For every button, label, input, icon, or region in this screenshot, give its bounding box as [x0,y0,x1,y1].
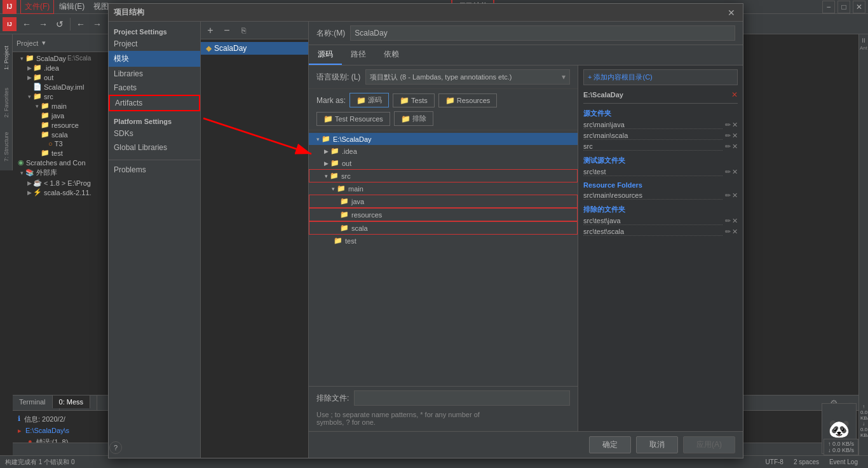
tab-terminal[interactable]: Terminal [13,396,53,408]
menu-file[interactable]: 文件(F) [20,0,54,14]
window-maximize[interactable]: □ [837,1,850,13]
tree-item-scratches[interactable]: ◉ Scratches and Con [13,158,123,167]
mark-btn-test-resources[interactable]: 📁 Test Resources [316,112,390,126]
right-panel-close-btn[interactable]: ✕ [731,90,738,99]
tree-item-java[interactable]: 📁 java [13,111,123,120]
vtab-project[interactable]: 1: Project [1,36,12,80]
tab-deps[interactable]: 依赖 [375,45,408,65]
right-strip-label: Ant [860,45,867,51]
ct-item-resources[interactable]: 📁 resources [309,208,578,221]
tree-item-sdk1[interactable]: ▶ ☕ < 1.8 > E:\Prog [13,178,123,188]
nav-item-sdks[interactable]: SDKs [109,127,200,141]
ct-item-idea[interactable]: ▶ 📁 .idea [309,145,578,157]
ct-item-src[interactable]: ▾ 📁 src [309,169,578,182]
ct-item-main[interactable]: ▾ 📁 main [309,182,578,195]
nav-item-global-libs[interactable]: Global Libraries [109,141,200,155]
rs-edit-icon-2[interactable]: ✏ [725,132,731,140]
rs-delete-icon-6[interactable]: ✕ [732,217,738,225]
status-event-log[interactable]: Event Log [829,458,858,465]
tree-item-src[interactable]: ▾ 📁 src [13,92,123,101]
toolbar-forward[interactable]: → [36,17,51,32]
apply-btn[interactable]: 应用(A) [683,436,735,453]
rs-edit-icon-1[interactable]: ✏ [725,121,731,129]
module-list-item-scaladay[interactable]: ◆ ScalaDay [201,42,308,55]
ct-arrow-src: ▾ [325,173,328,179]
extlibs-icon: 📚 [25,169,34,177]
idea-folder-icon: 📁 [33,64,42,72]
tree-item-out[interactable]: ▶ 📁 out [13,72,123,82]
ct-item-scala[interactable]: 📁 scala [309,221,578,235]
ct-item-java[interactable]: 📁 java [309,195,578,208]
mark-btn-tests[interactable]: 📁 Tests [393,93,435,107]
toolbar-revert[interactable]: ↺ [52,17,67,32]
tree-label-resource: resource [51,121,79,129]
toolbar-back2[interactable]: ← [73,17,88,32]
rs-delete-icon-5[interactable]: ✕ [732,191,738,200]
tree-item-main[interactable]: ▾ 📁 main [13,101,123,111]
toolbar-back[interactable]: ← [19,17,34,32]
mark-btn-exclude[interactable]: 📁 排除 [394,111,433,126]
tree-arrow-idea: ▶ [25,65,33,71]
help-btn[interactable]: ? [109,441,122,454]
rs-delete-icon-1[interactable]: ✕ [732,121,738,129]
tree-item-t3[interactable]: ○ T3 [13,139,123,148]
rs-edit-icon-5[interactable]: ✏ [725,191,731,200]
ct-item-root[interactable]: ▾ 📁 E:\ScalaDay [309,133,578,145]
nav-item-project[interactable]: Project [109,37,200,51]
add-content-root-btn[interactable]: + 添加内容根目录(C) [583,69,738,85]
dialog-close-btn[interactable]: ✕ [725,6,738,19]
rs-edit-icon-4[interactable]: ✏ [725,168,731,176]
window-minimize[interactable]: − [822,1,835,13]
rs-delete-icon-2[interactable]: ✕ [732,132,738,140]
mark-btn-resources[interactable]: 📁 Resources [438,93,498,107]
resource-folder-icon: 📁 [41,121,50,129]
rs-delete-icon-4[interactable]: ✕ [732,168,738,176]
vtab-structure[interactable]: 7: Structure [1,125,12,169]
nav-item-problems[interactable]: Problems [109,163,200,177]
cancel-btn[interactable]: 取消 [636,436,678,453]
rs-edit-icon-6[interactable]: ✏ [725,217,731,225]
ct-item-test[interactable]: 📁 test [309,235,578,247]
tab-source[interactable]: 源码 [309,45,342,65]
lang-level-arrow: ▾ [562,72,566,81]
module-name-input[interactable] [350,25,735,41]
toolbar-fwd2[interactable]: → [90,17,105,32]
tree-item-sdk2[interactable]: ▶ ⚡ scala-sdk-2.11. [13,188,123,197]
rs-delete-icon-3[interactable]: ✕ [732,142,738,151]
status-encoding[interactable]: UTF-8 [766,458,783,465]
nav-item-artifacts[interactable]: Artifacts [109,95,200,111]
status-spaces[interactable]: 2 spaces [794,458,819,465]
right-strip: ⏸ Ant ↑ 0.0 KB/s ↓ 0.0 KB/s [858,34,868,455]
tree-item-extlibs[interactable]: ▾ 📚 外部库 [13,167,123,178]
nav-item-libraries[interactable]: Libraries [109,67,200,81]
tree-item-iml[interactable]: 📄 ScalaDay.iml [13,82,123,92]
project-folder-icon: 📁 [25,54,34,62]
tree-item-scala[interactable]: 📁 scala [13,130,123,139]
dialog-right-panel: 名称:(M) 源码 路径 依赖 语 [309,22,743,458]
module-copy-btn[interactable]: ⎘ [236,24,250,38]
confirm-btn[interactable]: 确定 [589,436,631,453]
tree-label-t3: T3 [55,140,63,148]
vtab-favorites[interactable]: 2: Favorites [1,80,12,125]
module-remove-btn[interactable]: − [220,24,234,38]
rs-edit-icon-3[interactable]: ✏ [725,142,731,151]
ct-item-out[interactable]: ▶ 📁 out [309,157,578,169]
nav-item-facets[interactable]: Facets [109,81,200,95]
lang-level-select[interactable]: 项目默认 (8 - Lambdas, type annotations etc.… [365,69,570,85]
mark-btn-sources[interactable]: 📁 源码 [349,93,389,107]
menu-edit[interactable]: 编辑(E) [55,0,88,13]
tab-messages[interactable]: 0: Mess [53,396,91,408]
tree-item-resource[interactable]: 📁 resource [13,120,123,130]
tab-path[interactable]: 路径 [342,45,375,65]
tree-item-test[interactable]: 📁 test [13,148,123,158]
tree-item-idea[interactable]: ▶ 📁 .idea [13,63,123,72]
nav-item-module[interactable]: 模块 [109,51,200,67]
rs-edit-icon-7[interactable]: ✏ [725,228,731,236]
module-add-btn[interactable]: + [203,24,217,38]
right-strip-pause[interactable]: ⏸ [860,37,867,44]
excluded-files-input[interactable] [354,390,570,406]
rs-delete-icon-7[interactable]: ✕ [732,228,738,236]
tree-item-scaladay[interactable]: ▾ 📁 ScalaDay E:\Scala [13,53,123,63]
window-close[interactable]: ✕ [853,1,865,13]
project-dropdown-icon[interactable]: ▾ [42,39,46,47]
